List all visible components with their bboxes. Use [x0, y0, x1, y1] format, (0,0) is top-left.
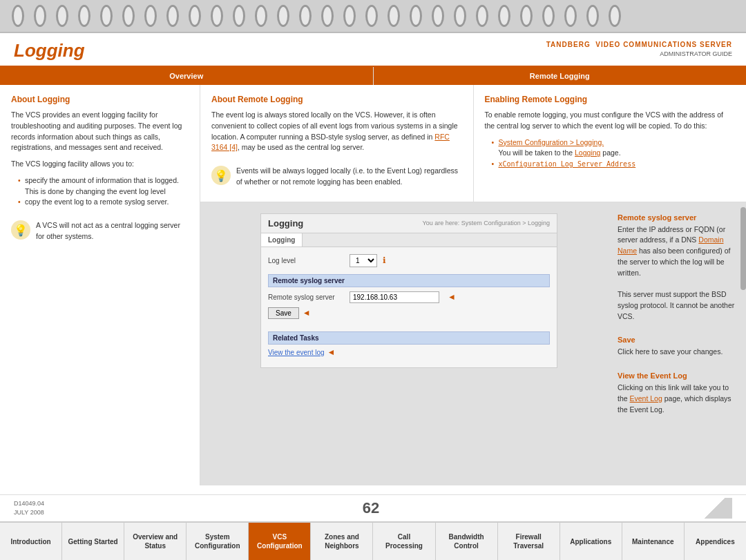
- tip-text-1: A VCS will not act as a central logging …: [36, 220, 189, 242]
- remote-syslog-form-label: Remote syslog server: [268, 293, 344, 301]
- ring: [410, 5, 422, 27]
- ring: [166, 5, 179, 27]
- domain-name-link[interactable]: Domain Name: [618, 235, 723, 255]
- ring: [100, 5, 113, 27]
- bottom-tab-call-processing[interactable]: Call Processing: [373, 523, 435, 560]
- logging-ui-title: Logging: [268, 218, 303, 229]
- ring: [609, 5, 621, 27]
- about-logging-title: About Logging: [11, 95, 189, 104]
- brand-guide: ADMINISTRATOR GUIDE: [546, 50, 732, 59]
- ring: [233, 5, 245, 27]
- rfc-link[interactable]: RFC 3164 [4]: [211, 133, 450, 152]
- ring: [78, 5, 90, 27]
- enabling-remote-logging: Enabling Remote Logging To enable remote…: [474, 85, 747, 202]
- ring: [299, 5, 312, 27]
- logging-page-link[interactable]: Logging: [575, 148, 600, 157]
- ring: [388, 5, 400, 27]
- ring: [498, 5, 510, 27]
- remote-logging-panel: About Remote Logging The event log is al…: [200, 85, 746, 485]
- enabling-title: Enabling Remote Logging: [485, 95, 736, 104]
- ring: [321, 5, 334, 27]
- bullet-item: specify the amount of information that i…: [18, 175, 189, 197]
- bottom-tab-applications[interactable]: Applications: [560, 523, 622, 560]
- main-content: About Logging The VCS provides an event …: [0, 85, 746, 485]
- ring: [255, 5, 267, 27]
- about-logging-para2: The VCS logging facility allows you to:: [11, 159, 189, 170]
- ring: [211, 5, 223, 27]
- logging-nav-tab[interactable]: Logging: [261, 233, 303, 247]
- doc-date: JULY 2008: [14, 508, 44, 518]
- ring: [586, 5, 599, 27]
- bottom-tab-bandwidth-control[interactable]: Bandwidth Control: [436, 523, 498, 560]
- bottom-tab-introduction[interactable]: Introduction: [0, 523, 62, 560]
- about-logging-para1: The VCS provides an event logging facili…: [11, 110, 189, 153]
- ring: [476, 5, 488, 27]
- xconfiguration-link[interactable]: xConfiguration Log Server Address: [499, 160, 636, 168]
- remote-syslog-header: Remote syslog server: [268, 274, 550, 287]
- annotation-remote-syslog-text: Enter the IP address or FQDN (or server …: [618, 224, 735, 322]
- enabling-bullet-1: System Configuration > Logging. You will…: [492, 137, 736, 160]
- tip-icon-1: 💡: [11, 220, 30, 240]
- annotation-save-text: Click here to save your changes.: [618, 347, 735, 358]
- about-remote-logging: About Remote Logging The event log is al…: [200, 85, 474, 202]
- section-tabs: Overview Remote Logging: [0, 66, 746, 85]
- footer-doc-info: D14049.04 JULY 2008: [14, 499, 44, 518]
- event-log-annotation-link[interactable]: Event Log: [630, 394, 662, 403]
- page-title: Logging: [14, 40, 85, 61]
- annotation-view-event-log-text: Clicking on this link will take you to t…: [618, 383, 735, 415]
- tab-remote-logging[interactable]: Remote Logging: [374, 67, 747, 85]
- bottom-tab-vcs-config[interactable]: VCS Configuration: [249, 523, 311, 560]
- annotation-save-title: Save: [618, 336, 735, 344]
- ring: [189, 5, 201, 27]
- tab-overview[interactable]: Overview: [0, 67, 374, 85]
- tip-icon-2: 💡: [211, 166, 231, 185]
- enabling-bullet-2: xConfiguration Log Server Address: [492, 159, 736, 170]
- bottom-tab-system-config[interactable]: System Configuration: [186, 523, 249, 560]
- ring: [454, 5, 466, 27]
- info-icon: ℹ: [383, 255, 386, 265]
- remote-top-row: About Remote Logging The event log is al…: [200, 85, 746, 202]
- ring: [365, 5, 378, 27]
- annotation-view-event-log-title: View the Event Log: [618, 371, 735, 380]
- bottom-tab-maintenance[interactable]: Maintenance: [622, 523, 685, 560]
- scrollbar[interactable]: [740, 207, 746, 290]
- logging-ui-body: Log level 1234 ℹ Remote syslog server: [261, 247, 557, 367]
- page-footer: D14049.04 JULY 2008 62: [0, 494, 746, 521]
- bottom-tab-getting-started[interactable]: Getting Started: [62, 523, 124, 560]
- about-remote-text: The event log is always stored locally o…: [211, 110, 462, 153]
- enabling-text: To enable remote logging, you must confi…: [485, 110, 736, 132]
- bottom-tab-overview-status[interactable]: Overview and Status: [124, 523, 186, 560]
- logging-ui: Logging You are here: System Configurati…: [260, 213, 557, 368]
- right-annotations: Remote syslog server Enter the IP addres…: [618, 213, 735, 475]
- screenshot-annotations-area: Logging You are here: System Configurati…: [200, 202, 746, 486]
- view-event-log-link[interactable]: View the event log: [268, 347, 325, 358]
- ring: [122, 5, 135, 27]
- ring: [34, 5, 46, 27]
- tip-text-2: Events will be always logged locally (i.…: [236, 166, 462, 188]
- annotation-remote-syslog: Remote syslog server Enter the IP addres…: [618, 213, 735, 322]
- page-number: 62: [363, 499, 379, 517]
- related-tasks-header: Related Tasks: [268, 331, 550, 345]
- view-event-log-row: View the event log ◄: [268, 347, 550, 358]
- log-level-label: Log level: [268, 257, 344, 264]
- event-log-arrow-indicator: ◄: [327, 347, 336, 357]
- log-level-row: Log level 1234 ℹ: [268, 254, 550, 267]
- system-config-link[interactable]: System Configuration > Logging.: [499, 138, 604, 146]
- ring: [56, 5, 68, 27]
- bottom-tab-appendices[interactable]: Appendices: [685, 523, 746, 560]
- remote-syslog-input[interactable]: [350, 291, 439, 303]
- bottom-tab-firewall-traversal[interactable]: Firewall Traversal: [498, 523, 560, 560]
- related-tasks-section: Related Tasks View the event log ◄: [268, 331, 550, 358]
- bullet-item: copy the event log to a remote syslog se…: [18, 197, 189, 208]
- save-button[interactable]: Save: [268, 307, 299, 319]
- annotation-save: Save Click here to save your changes.: [618, 336, 735, 358]
- ring: [343, 5, 356, 27]
- page-header: Logging TANDBERG VIDEO COMMUNICATIONS SE…: [0, 33, 746, 66]
- about-remote-title: About Remote Logging: [211, 95, 462, 104]
- overview-panel: About Logging The VCS provides an event …: [0, 85, 200, 485]
- bottom-tab-zones-neighbors[interactable]: Zones and Neighbors: [311, 523, 373, 560]
- tandberg-logo: TANDBERG VIDEO COMMUNICATIONS SERVER ADM…: [546, 40, 732, 59]
- annotation-remote-syslog-title: Remote syslog server: [618, 213, 735, 222]
- log-level-select[interactable]: 1234: [350, 254, 377, 267]
- ring: [542, 5, 555, 27]
